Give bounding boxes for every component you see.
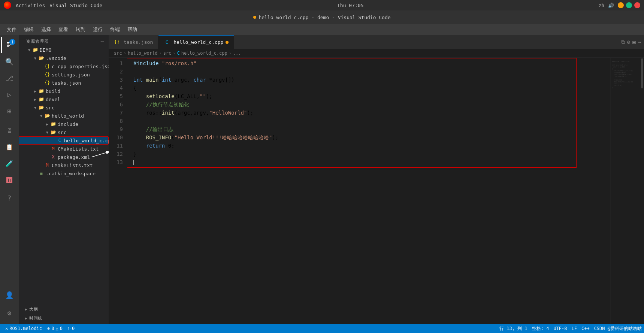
tree-label: package.xml (58, 154, 90, 160)
tree-item-hello-world-cpp[interactable]: C hello_world_c.cpp (19, 136, 109, 145)
menu-item-terminal[interactable]: 终端 (107, 25, 123, 34)
minimap: #include "ros/ros.h" int main(int argc, … (610, 58, 640, 324)
breadcrumb-hello-world[interactable]: hello_world (128, 51, 157, 56)
line-numbers: 1 2 3 4 5 6 7 8 9 10 11 12 13 (109, 58, 127, 324)
tree-item-demo[interactable]: ▼ 📁 DEMO (19, 46, 109, 54)
tree-label: .vscode (46, 55, 66, 61)
tree-item-cmakelists-inner[interactable]: M CMakeLists.txt (19, 145, 109, 153)
code-line-12: } (133, 150, 610, 158)
menu-item-run[interactable]: 运行 (90, 25, 106, 34)
folder-icon: 📁 (32, 47, 38, 53)
menu-item-edit[interactable]: 编辑 (21, 25, 37, 34)
layout-icon[interactable]: ▣ (632, 39, 635, 45)
status-position[interactable]: 行 13, 列 1 (497, 324, 530, 333)
code-line-4: { (133, 84, 610, 92)
cmake-icon: M (44, 162, 50, 168)
tree-label: DEMO (40, 47, 51, 53)
tree-item-catkin[interactable]: ≡ .catkin_workspace (19, 169, 109, 178)
tree-item-build[interactable]: ▶ 📁 build (19, 87, 109, 95)
tree-item-cmakelists-outer[interactable]: M CMakeLists.txt (19, 161, 109, 169)
sidebar: 资源管理器 ⋯ ▼ 📁 DEMO ▼ 📂 .vscode {} c_cpp_pr… (19, 35, 109, 324)
outline-section[interactable]: ▶ 大纲 (19, 305, 109, 314)
code-line-3: int main(int argc, char *argv[]) (133, 76, 610, 84)
vertical-scrollbar[interactable] (640, 58, 644, 324)
tree-item-include[interactable]: ▶ 📁 include (19, 120, 109, 128)
activity-puzzle[interactable]: 🅰 (1, 172, 18, 188)
activity-search[interactable]: 🔍 (1, 53, 18, 70)
activity-unknown[interactable]: 📋 (1, 139, 18, 155)
menu-item-help[interactable]: 帮助 (124, 25, 140, 34)
x-icon: ✕ (5, 326, 8, 331)
breadcrumb-src[interactable]: src (114, 51, 122, 56)
spaces-label: 空格: 4 (532, 326, 549, 332)
status-ros-melodic[interactable]: ✕ ROS1.melodic (3, 324, 44, 333)
more-actions-icon[interactable]: ⋯ (638, 39, 641, 45)
tree-label: CMakeLists.txt (58, 146, 99, 152)
tree-item-tasks[interactable]: {} tasks.json (19, 79, 109, 87)
close-button[interactable] (634, 2, 640, 8)
activity-remote[interactable]: 🖥 (1, 122, 18, 139)
activity-explorer[interactable]: 1 (1, 37, 18, 53)
json-icon: {} (44, 63, 50, 69)
tree-item-package-xml[interactable]: X package.xml (19, 153, 109, 161)
error-count: 0 (51, 326, 54, 331)
menu-item-view[interactable]: 查看 (55, 25, 71, 34)
position-label: 行 13, 列 1 (499, 326, 527, 332)
tree-item-src-inner[interactable]: ▼ 📂 src (19, 128, 109, 136)
tree-item-devel[interactable]: ▶ 📁 devel (19, 95, 109, 103)
status-encoding[interactable]: UTF-8 (551, 324, 569, 333)
activity-account[interactable]: 👤 (1, 287, 18, 303)
info-icon: ⚐ (68, 326, 70, 331)
menu-item-goto[interactable]: 转到 (73, 25, 88, 34)
scrollbar-thumb[interactable] (641, 58, 643, 88)
code-editor[interactable]: #include "ros/ros.h" int main(int argc, … (127, 58, 610, 324)
menu-item-file[interactable]: 文件 (4, 25, 19, 34)
timeline-section[interactable]: ▶ 时间线 (19, 314, 109, 323)
tree-item-src[interactable]: ▼ 📂 src (19, 103, 109, 112)
new-file-icon[interactable]: ⋯ (101, 38, 104, 44)
activity-settings[interactable]: ⚙ (1, 305, 18, 321)
tree-item-hello-world[interactable]: ▼ 📂 hello_world (19, 112, 109, 120)
activity-help[interactable]: ? (1, 190, 18, 206)
activity-debug[interactable]: ▷ (1, 86, 18, 103)
tab-label: tasks.json (124, 39, 153, 45)
status-errors[interactable]: ⊗ 0 △ 0 (45, 324, 65, 333)
breadcrumb-src2[interactable]: src (163, 51, 172, 56)
firefox-icon[interactable] (4, 1, 11, 9)
code-line-13 (133, 158, 610, 166)
activities-label[interactable]: Activities (16, 3, 45, 8)
window-title: hello_world_c.cpp - demo - Visual Studio… (258, 15, 390, 20)
expand-arrow: ▼ (44, 129, 50, 135)
menu-item-select[interactable]: 选择 (38, 25, 54, 34)
expand-arrow: ▶ (44, 121, 50, 127)
minimize-button[interactable] (618, 2, 624, 8)
sidebar-title: 资源管理器 (26, 39, 49, 44)
main-area: 1 🔍 ⎇ ▷ ⊞ 🖥 📋 🧪 🅰 ? 👤 ⚙ 资源管理器 ⋯ ▼ 📁 DE (0, 35, 644, 324)
tab-tasks-json[interactable]: {} tasks.json (109, 35, 158, 49)
warning-icon: △ (55, 326, 58, 331)
tree-item-cpp-props[interactable]: {} c_cpp_properties.json (19, 62, 109, 70)
breadcrumb-more[interactable]: ... (233, 51, 241, 56)
explorer-badge: 1 (9, 39, 15, 45)
tab-icon: C (164, 39, 170, 45)
eol-label: LF (572, 326, 577, 331)
tree-item-settings[interactable]: {} settings.json (19, 70, 109, 79)
status-language[interactable]: C++ (579, 324, 592, 333)
activity-source-control[interactable]: ⎇ (1, 70, 18, 86)
maximize-button[interactable] (626, 2, 632, 8)
tab-hello-world-cpp[interactable]: C hello_world_c.cpp (158, 35, 234, 49)
speaker-icon[interactable]: 🔊 (608, 3, 614, 8)
split-editor-icon[interactable]: ⧉ (621, 39, 625, 45)
code-line-6: //执行节点初始化 (133, 100, 610, 109)
activity-extensions[interactable]: ⊞ (1, 103, 18, 119)
menu-bar: 文件 编辑 选择 查看 转到 运行 终端 帮助 (0, 24, 644, 35)
xml-icon: X (50, 154, 56, 160)
tree-item-vscode[interactable]: ▼ 📂 .vscode (19, 54, 109, 62)
settings-icon[interactable]: ⚙ (627, 39, 630, 45)
breadcrumb-filename[interactable]: hello_world_c.cpp (181, 51, 227, 56)
status-info[interactable]: ⚐ 0 (66, 324, 77, 333)
activity-flask[interactable]: 🧪 (1, 155, 18, 172)
expand-arrow: ▶ (32, 88, 38, 94)
status-spaces[interactable]: 空格: 4 (530, 324, 551, 333)
status-eol[interactable]: LF (569, 324, 579, 333)
